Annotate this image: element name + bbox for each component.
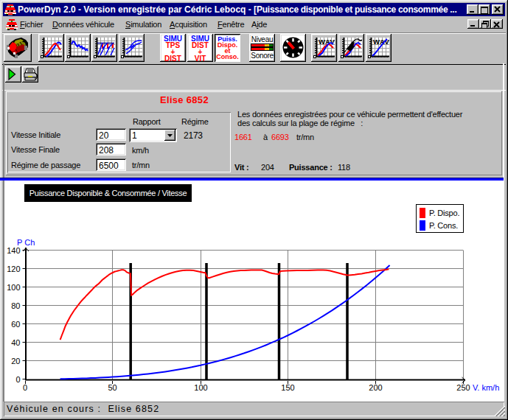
svg-text:40: 40 [11,338,20,347]
svg-text:250: 250 [456,383,470,392]
svg-text:150: 150 [281,383,294,392]
svg-text:V. km/h: V. km/h [473,383,499,392]
svg-text:50: 50 [108,383,116,392]
svg-text:60: 60 [11,320,20,329]
svg-text:120: 120 [7,265,20,273]
svg-text:P Ch: P Ch [17,238,35,247]
svg-text:WAV: WAV [373,38,389,46]
svg-text:200: 200 [369,383,382,392]
svg-text:0: 0 [15,375,20,384]
svg-text:20: 20 [11,357,20,365]
svg-text:140: 140 [7,246,20,255]
svg-text:80: 80 [11,301,20,310]
svg-text:0: 0 [23,383,27,392]
svg-text:100: 100 [7,283,20,292]
svg-text:100: 100 [194,383,207,392]
